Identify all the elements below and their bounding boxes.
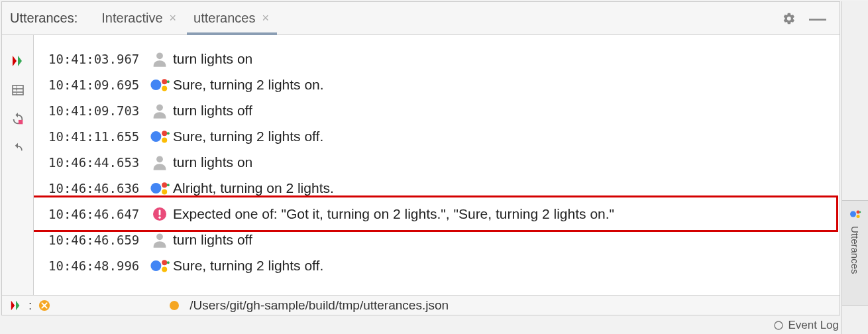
log-message: turn lights on: [173, 51, 252, 67]
svg-point-33: [775, 321, 783, 329]
log-message: Expected one of: "Got it, turning on 2 l…: [173, 206, 614, 222]
user-icon: [146, 50, 173, 68]
timestamp: 10:46:46.647: [48, 207, 146, 221]
log-row[interactable]: 10:46:46.659 turn lights off: [34, 227, 840, 252]
status-dot-icon: [170, 301, 179, 310]
svg-point-25: [162, 260, 167, 265]
svg-point-11: [150, 131, 161, 142]
body-area: 10:41:03.967 turn lights on10:41:09.695 …: [2, 35, 840, 295]
gear-icon[interactable]: [777, 12, 801, 25]
toolbar-gutter: [2, 35, 34, 295]
log-row[interactable]: 10:41:09.695 Sure, turning 2 lights on.: [34, 72, 840, 97]
svg-point-10: [156, 104, 163, 111]
log-message: Sure, turning 2 lights off.: [173, 258, 323, 274]
log-row[interactable]: 10:46:44.653 turn lights on: [34, 149, 840, 175]
svg-point-32: [859, 211, 861, 213]
tab-utterances[interactable]: utterances ×: [187, 2, 277, 34]
log-row[interactable]: 10:41:03.967 turn lights on: [34, 46, 840, 72]
timestamp: 10:46:46.636: [48, 181, 146, 195]
timestamp: 10:46:44.653: [48, 155, 146, 170]
svg-point-16: [150, 183, 161, 194]
timestamp: 10:41:03.967: [48, 52, 146, 66]
undo-icon[interactable]: [11, 141, 25, 156]
log-row[interactable]: 10:41:09.703 turn lights off: [34, 97, 840, 123]
svg-point-29: [850, 211, 856, 217]
status-bar-peek[interactable]: Event Log: [773, 317, 839, 334]
svg-rect-21: [159, 209, 161, 215]
svg-point-8: [162, 85, 167, 91]
svg-point-7: [162, 79, 167, 84]
svg-point-19: [167, 184, 170, 186]
assistant-icon: [849, 207, 862, 221]
svg-point-23: [156, 233, 163, 240]
svg-point-12: [162, 131, 167, 136]
svg-point-13: [162, 137, 167, 142]
timestamp: 10:41:09.703: [48, 103, 146, 118]
svg-point-5: [156, 52, 163, 59]
user-icon: [146, 101, 173, 120]
separator-colon: :: [28, 298, 32, 313]
svg-point-24: [150, 260, 161, 271]
svg-point-14: [167, 132, 170, 135]
user-icon: [146, 231, 173, 249]
svg-point-26: [162, 266, 167, 272]
log-row[interactable]: 10:46:48.996 Sure, turning 2 lights off.: [34, 252, 840, 278]
assistant-icon: [146, 256, 173, 275]
tab-interactive[interactable]: Interactive ×: [95, 2, 184, 34]
timestamp: 10:41:09.695: [48, 78, 146, 92]
assistant-icon: [146, 127, 173, 146]
user-icon: [146, 153, 173, 172]
tab-label: Interactive: [101, 11, 162, 26]
log-message: turn lights off: [173, 103, 252, 119]
svg-point-27: [167, 261, 170, 264]
error-icon: [146, 206, 173, 222]
warning-icon: [38, 300, 50, 311]
log-row[interactable]: 10:41:11.655 Sure, turning 2 lights off.: [34, 123, 840, 149]
svg-rect-4: [18, 120, 22, 124]
panel-title: Utterances:: [10, 11, 78, 26]
svg-point-22: [158, 216, 160, 218]
rail-label: Utterances: [849, 226, 861, 274]
log-message: Sure, turning 2 lights on.: [173, 77, 324, 93]
timestamp: 10:46:48.996: [48, 258, 146, 273]
log-row[interactable]: 10:46:46.636 Alright, turning on 2 light…: [34, 175, 840, 201]
event-log-label: Event Log: [788, 319, 839, 332]
run-icon[interactable]: [10, 300, 22, 311]
right-rail: Utterances: [841, 1, 868, 334]
layout-icon[interactable]: [11, 83, 25, 97]
log-message: Sure, turning 2 lights off.: [173, 129, 323, 144]
timestamp: 10:46:46.659: [48, 233, 146, 247]
svg-point-18: [162, 189, 167, 194]
tab-bar: Utterances: Interactive × utterances × —: [2, 2, 840, 35]
log-message: turn lights off: [173, 232, 252, 248]
assistant-icon: [146, 179, 173, 197]
utterances-panel: Utterances: Interactive × utterances × —: [1, 1, 840, 315]
svg-rect-0: [13, 85, 23, 95]
log-message: turn lights on: [173, 154, 252, 170]
rail-tab-utterances[interactable]: Utterances: [841, 200, 868, 306]
svg-point-31: [856, 215, 859, 218]
tab-label: utterances: [193, 11, 255, 26]
timestamp: 10:41:11.655: [48, 129, 146, 144]
svg-point-15: [156, 156, 163, 162]
run-icon[interactable]: [11, 54, 25, 68]
footer-bar: : /Users/git/gh-sample/build/tmp/utteran…: [2, 295, 840, 315]
log-message: Alright, turning on 2 lights.: [173, 180, 334, 196]
minimize-icon[interactable]: —: [804, 12, 832, 25]
close-icon[interactable]: ×: [260, 11, 270, 25]
rerun-icon[interactable]: [11, 112, 25, 127]
log-row[interactable]: 10:46:46.647 Expected one of: "Got it, t…: [34, 201, 840, 227]
svg-point-9: [167, 80, 170, 83]
assistant-icon: [146, 76, 173, 94]
svg-point-17: [162, 182, 167, 188]
log-view[interactable]: 10:41:03.967 turn lights on10:41:09.695 …: [34, 35, 840, 295]
close-icon[interactable]: ×: [168, 11, 178, 25]
svg-point-6: [150, 80, 161, 90]
footer-path: /Users/git/gh-sample/build/tmp/utterance…: [190, 298, 449, 313]
